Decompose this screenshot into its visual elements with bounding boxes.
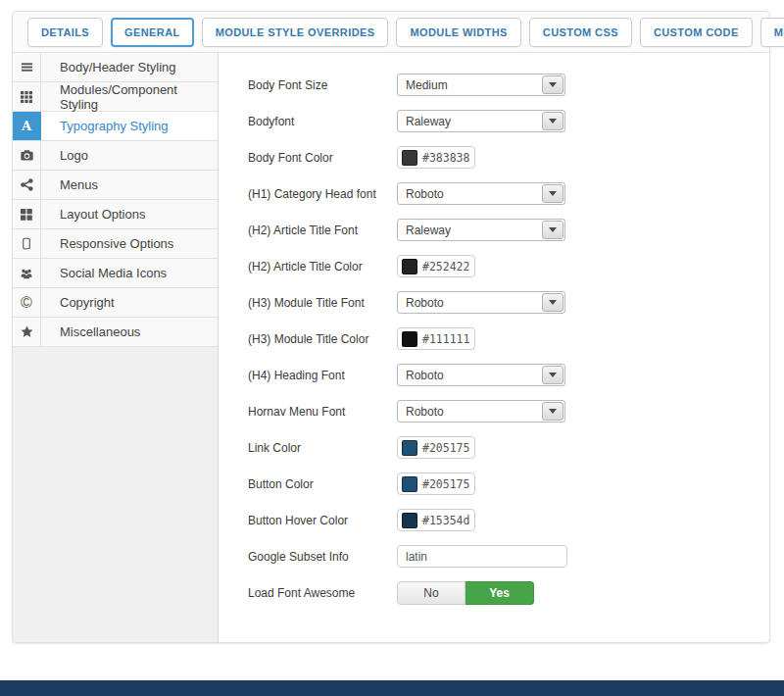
form-row-bodyfont: BodyfontRaleway: [248, 110, 769, 132]
form-row-link-color: Link Color#205175: [248, 436, 769, 459]
color-swatch[interactable]: [402, 259, 417, 274]
tab-module-style-overrides[interactable]: MODULE STYLE OVERRIDES: [202, 18, 389, 47]
chevron-down-icon: [549, 409, 557, 414]
button-hover-color-input[interactable]: #15354d: [397, 509, 475, 531]
dropdown-button[interactable]: [542, 366, 564, 384]
sidebar-item-miscellaneous[interactable]: Miscellaneous: [13, 318, 218, 347]
sidebar-item-label: Menus: [41, 171, 98, 199]
tab-custom-code[interactable]: CUSTOM CODE: [640, 18, 753, 47]
h3-module-title-color-input[interactable]: #111111: [397, 327, 475, 350]
hex-value: #111111: [422, 332, 469, 346]
tab-module-widths[interactable]: MODULE WIDTHS: [396, 18, 520, 47]
tab-details[interactable]: DETAILS: [27, 18, 103, 47]
hex-value: #15354d: [422, 514, 469, 527]
tab-custom-css[interactable]: CUSTOM CSS: [529, 18, 632, 47]
dropdown-button[interactable]: [542, 402, 564, 421]
link-color-input[interactable]: #205175: [397, 436, 475, 459]
tab-general[interactable]: GENERAL: [111, 18, 194, 47]
h3-module-title-font-select[interactable]: Roboto: [397, 291, 565, 314]
sidebar-item-label: Modules/Component Styling: [41, 82, 218, 111]
sidebar-item-layout-options[interactable]: Layout Options: [13, 200, 218, 229]
form-row-h3-module-title-color: (H3) Module Title Color#111111: [248, 327, 769, 350]
form-row-h3-module-title-font: (H3) Module Title FontRoboto: [248, 291, 769, 314]
color-swatch[interactable]: [402, 476, 417, 492]
field-label: Link Color: [248, 441, 397, 455]
chevron-down-icon: [549, 82, 557, 87]
dropdown-button[interactable]: [542, 112, 564, 130]
tab-bar: DETAILSGENERALMODULE STYLE OVERRIDESMODU…: [13, 12, 769, 53]
field-label: (H2) Article Title Font: [248, 224, 397, 237]
body-font-size-select[interactable]: Medium: [397, 74, 565, 96]
selected-value: Medium: [398, 75, 541, 95]
selected-value: Roboto: [398, 292, 541, 313]
copyright-icon: ©: [13, 288, 41, 317]
form-row-button-hover-color: Button Hover Color#15354d: [248, 509, 769, 531]
form-row-h1-category-head-font: (H1) Category Head fontRoboto: [248, 182, 769, 205]
dropdown-button[interactable]: [542, 293, 564, 312]
font-icon: A: [13, 112, 41, 140]
h2-article-title-color-input[interactable]: #252422: [397, 255, 475, 277]
hornav-menu-font-select[interactable]: Roboto: [397, 400, 565, 423]
chevron-down-icon: [549, 373, 557, 377]
dropdown-button[interactable]: [542, 221, 564, 239]
form-row-hornav-menu-font: Hornav Menu FontRoboto: [248, 400, 769, 423]
sidebar-item-label: Miscellaneous: [41, 318, 140, 346]
sidebar-item-copyright[interactable]: ©Copyright: [13, 288, 218, 318]
hex-value: #205175: [422, 477, 469, 491]
camera-icon: [13, 141, 41, 170]
h1-category-head-font-select[interactable]: Roboto: [397, 182, 565, 205]
body-font-color-input[interactable]: #383838: [397, 146, 475, 169]
field-label: Button Hover Color: [248, 514, 397, 527]
selected-value: Raleway: [398, 111, 541, 131]
button-color-input[interactable]: #205175: [397, 472, 475, 495]
form-row-google-subset-info: Google Subset Info: [248, 545, 769, 568]
sidebar-item-label: Responsive Options: [41, 229, 173, 258]
hex-value: #383838: [422, 151, 469, 165]
bodyfont-select[interactable]: Raleway: [397, 110, 565, 132]
form-row-body-font-size: Body Font SizeMedium: [248, 74, 769, 96]
field-label: Body Font Color: [248, 151, 397, 165]
field-label: Load Font Awesome: [248, 586, 397, 600]
sidebar-item-menus[interactable]: Menus: [13, 171, 218, 200]
users-icon: [13, 259, 41, 287]
footer-bar: [0, 680, 784, 696]
color-swatch[interactable]: [402, 513, 417, 528]
th-large-icon: [13, 200, 41, 228]
sidebar-item-label: Typography Styling: [41, 112, 169, 140]
selected-value: Roboto: [398, 365, 541, 385]
sidebar-item-label: Body/Header Styling: [41, 53, 176, 81]
google-subset-info-input[interactable]: [397, 545, 567, 568]
color-swatch[interactable]: [402, 150, 417, 166]
h2-article-title-font-select[interactable]: Raleway: [397, 219, 565, 241]
tab-menu-assignment[interactable]: MENU ASSIGNMENT: [760, 18, 784, 47]
color-swatch[interactable]: [402, 331, 417, 347]
sidebar-item-modules-component-styling[interactable]: Modules/Component Styling: [13, 82, 218, 112]
sidebar-item-body-header-styling[interactable]: Body/Header Styling: [13, 53, 218, 82]
load-font-awesome-toggle: NoYes: [397, 581, 534, 605]
sidebar-item-typography-styling[interactable]: ATypography Styling: [13, 112, 218, 141]
h4-heading-font-select[interactable]: Roboto: [397, 364, 565, 386]
form-row-button-color: Button Color#205175: [248, 472, 769, 495]
field-label: Hornav Menu Font: [248, 405, 397, 419]
typography-settings-form: Body Font SizeMediumBodyfontRalewayBody …: [219, 53, 769, 642]
selected-value: Roboto: [398, 401, 541, 422]
dropdown-button[interactable]: [542, 75, 564, 94]
chevron-down-icon: [549, 300, 557, 305]
chevron-down-icon: [549, 119, 557, 124]
settings-sidebar: Body/Header StylingModules/Component Sty…: [13, 53, 219, 642]
sidebar-item-logo[interactable]: Logo: [13, 141, 218, 171]
bars-icon: [13, 53, 41, 81]
field-label: (H4) Heading Font: [248, 369, 397, 382]
field-label: Google Subset Info: [248, 550, 397, 564]
sidebar-item-social-media-icons[interactable]: Social Media Icons: [13, 259, 218, 288]
chevron-down-icon: [549, 191, 557, 196]
sidebar-item-label: Social Media Icons: [41, 259, 167, 287]
toggle-option-no[interactable]: No: [397, 581, 466, 605]
sidebar-item-responsive-options[interactable]: Responsive Options: [13, 229, 218, 259]
star-icon: [13, 318, 41, 346]
color-swatch[interactable]: [402, 440, 417, 456]
dropdown-button[interactable]: [542, 184, 564, 203]
sidebar-item-label: Layout Options: [41, 200, 145, 228]
toggle-option-yes[interactable]: Yes: [466, 581, 534, 605]
field-label: Body Font Size: [248, 78, 397, 92]
